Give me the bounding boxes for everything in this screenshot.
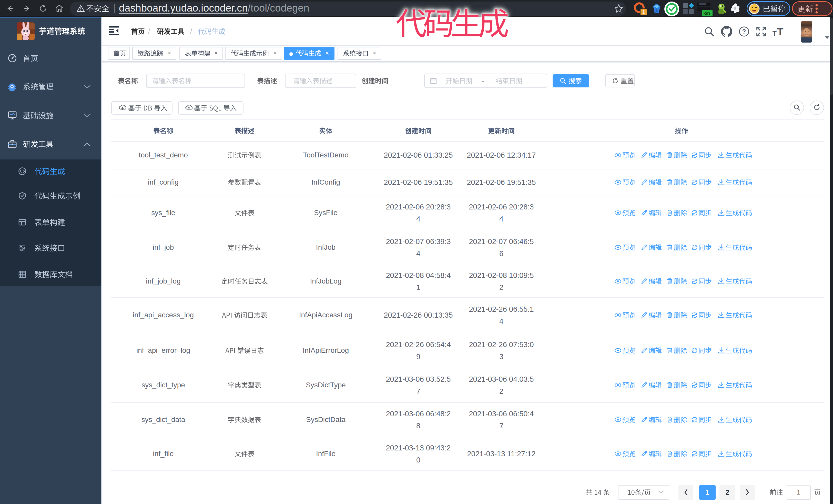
svg-text:?: ? (742, 28, 746, 35)
svg-text:on: on (704, 10, 710, 16)
svg-text:1: 1 (642, 9, 645, 15)
